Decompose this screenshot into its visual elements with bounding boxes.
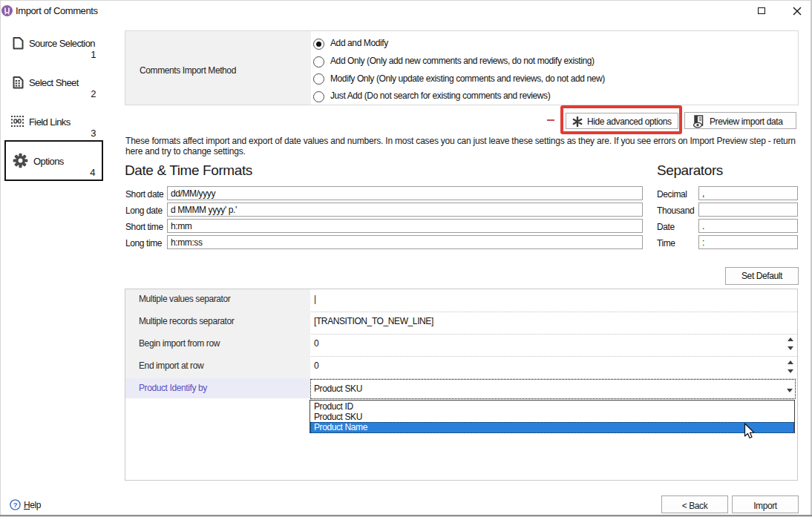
svg-text:?: ?: [13, 501, 18, 509]
